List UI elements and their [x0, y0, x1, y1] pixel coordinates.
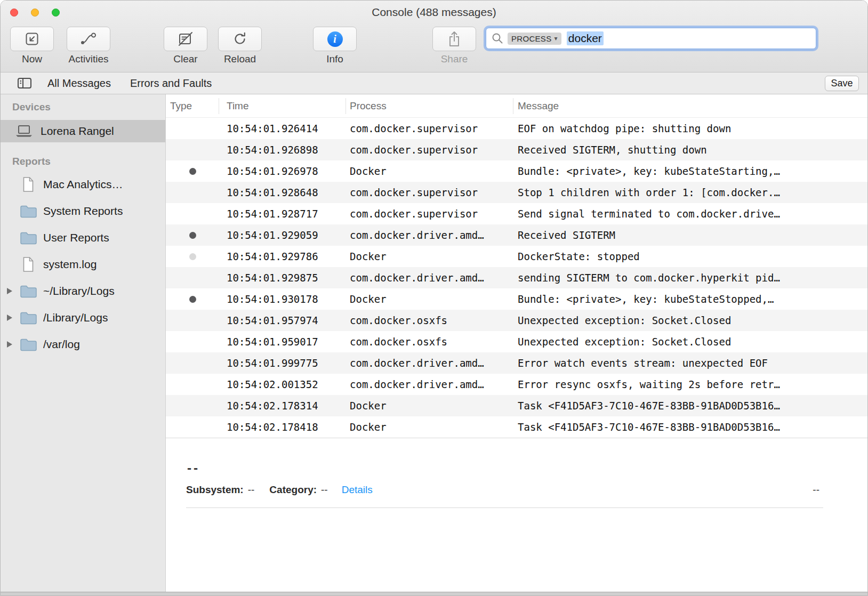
activities-button[interactable]: Activities [67, 27, 110, 65]
sidebar-report-list: Mac Analytics…System ReportsUser Reports… [1, 171, 165, 358]
disclosure-slot [7, 315, 20, 321]
log-message: Stop 1 children with order 1: [com.docke… [513, 187, 867, 198]
filter-errors-and-faults[interactable]: Errors and Faults [130, 77, 212, 90]
filter-bar: All Messages Errors and Faults Save [1, 73, 867, 94]
log-time: 10:54:01.929875 [219, 272, 346, 284]
sidebar-item-label: /Library/Logs [43, 311, 108, 324]
disclosure-slot [7, 181, 20, 188]
table-row[interactable]: 10:54:01.928717com.docker.supervisorSend… [166, 203, 867, 224]
sidebar-item[interactable]: system.log [1, 251, 165, 278]
table-row[interactable]: 10:54:01.926414com.docker.supervisorEOF … [166, 118, 867, 139]
info-icon: i [327, 31, 343, 47]
disclosure-slot [7, 341, 20, 348]
table-row[interactable]: 10:54:01.957974com.docker.osxfsUnexpecte… [166, 310, 867, 331]
table-row[interactable]: 10:54:02.001352com.docker.driver.amd…Err… [166, 374, 867, 395]
reload-button-face[interactable] [218, 27, 262, 51]
table-row[interactable]: 10:54:02.178314DockerTask <F41D5AF3-7C10… [166, 395, 867, 416]
folder-icon [20, 231, 37, 245]
log-process: Docker [346, 421, 513, 433]
table-row[interactable]: 10:54:01.926898com.docker.supervisorRece… [166, 139, 867, 160]
table-row[interactable]: 10:54:01.928648com.docker.supervisorStop… [166, 182, 867, 203]
table-row[interactable]: 10:54:01.929875com.docker.driver.amd…sen… [166, 267, 867, 288]
log-time: 10:54:01.999775 [219, 357, 346, 369]
activities-button-face[interactable] [67, 27, 110, 51]
share-button[interactable]: Share [432, 27, 476, 65]
table-row[interactable]: 10:54:01.929059com.docker.driver.amd…Rec… [166, 224, 867, 246]
console-window: Console (488 messages) Now Activities [0, 0, 868, 596]
type-cell [166, 395, 219, 416]
column-header-process[interactable]: Process [346, 98, 513, 114]
filter-all-messages[interactable]: All Messages [47, 77, 111, 90]
table-row[interactable]: 10:54:01.929786DockerDockerState: stoppe… [166, 246, 867, 267]
log-process: Docker [346, 165, 513, 177]
sidebar-item[interactable]: /Library/Logs [1, 304, 165, 331]
sidebar-item[interactable]: Mac Analytics… [1, 171, 165, 198]
reload-button-label: Reload [224, 53, 256, 65]
sidebar-devices-header: Devices [1, 101, 165, 114]
log-message: Error resync osxfs, waiting 2s before re… [513, 378, 867, 390]
type-cell [166, 224, 219, 246]
log-process: com.docker.supervisor [346, 144, 513, 156]
table-row[interactable]: 10:54:02.178418DockerTask <F41D5AF3-7C10… [166, 416, 867, 438]
search-input[interactable]: PROCESS ▾ docker [486, 28, 816, 49]
log-process: Docker [346, 251, 513, 262]
sidebar-item-label: Mac Analytics… [43, 178, 123, 191]
log-time: 10:54:01.928717 [219, 208, 346, 220]
disclosure-triangle-icon[interactable] [7, 315, 12, 321]
type-cell [166, 246, 219, 267]
search-query-text: docker [567, 31, 604, 45]
share-button-face[interactable] [432, 27, 476, 51]
clear-button-face[interactable] [164, 27, 207, 51]
clear-button-label: Clear [173, 53, 197, 65]
activity-dot-icon [189, 168, 196, 175]
table-header: Type Time Process Message [166, 94, 867, 118]
table-row[interactable]: 10:54:01.959017com.docker.osxfsUnexpecte… [166, 331, 867, 352]
category-value: -- [321, 484, 328, 496]
detail-separator [186, 508, 823, 508]
save-button[interactable]: Save [825, 76, 859, 91]
reload-button[interactable]: Reload [218, 27, 262, 65]
close-button[interactable] [10, 9, 18, 17]
sidebar-item-device[interactable]: Lorena Rangel [1, 120, 165, 142]
window-bottom-edge [1, 592, 867, 595]
log-process: Docker [346, 293, 513, 305]
sidebar-toggle-button[interactable] [17, 77, 33, 90]
disclosure-triangle-icon[interactable] [7, 288, 12, 294]
sidebar-item[interactable]: ~/Library/Logs [1, 278, 165, 304]
type-cell [166, 416, 219, 438]
zoom-button[interactable] [52, 9, 60, 17]
clear-button[interactable]: Clear [164, 27, 207, 65]
sidebar-item-label: /var/log [43, 338, 80, 351]
detail-meta-row: Subsystem: -- Category: -- Details -- [186, 484, 867, 496]
category-label: Category: [269, 484, 317, 496]
disclosure-slot [7, 288, 20, 294]
now-button[interactable]: Now [10, 27, 54, 65]
search-filter-token[interactable]: PROCESS ▾ [508, 33, 561, 45]
column-header-time[interactable]: Time [219, 98, 346, 114]
details-link[interactable]: Details [342, 484, 373, 496]
document-icon [20, 256, 37, 272]
table-row[interactable]: 10:54:01.999775com.docker.driver.amd…Err… [166, 352, 867, 374]
info-button[interactable]: i Info [313, 27, 357, 65]
column-header-type[interactable]: Type [166, 98, 219, 114]
disclosure-triangle-icon[interactable] [7, 341, 12, 348]
chevron-down-icon: ▾ [554, 35, 557, 42]
log-message: sending SIGTERM to com.docker.hyperkit p… [513, 272, 867, 284]
log-process: com.docker.driver.amd… [346, 229, 513, 241]
info-button-face[interactable]: i [313, 27, 357, 51]
activities-button-label: Activities [69, 53, 109, 65]
sidebar-item[interactable]: User Reports [1, 224, 165, 251]
minimize-button[interactable] [31, 9, 39, 17]
type-cell [166, 374, 219, 395]
traffic-lights [10, 1, 60, 24]
log-process: com.docker.supervisor [346, 208, 513, 220]
sidebar-item[interactable]: System Reports [1, 198, 165, 224]
table-row[interactable]: 10:54:01.926978DockerBundle: <private>, … [166, 160, 867, 182]
table-row[interactable]: 10:54:01.930178DockerBundle: <private>, … [166, 288, 867, 310]
column-header-message[interactable]: Message [513, 98, 867, 114]
sidebar-item[interactable]: /var/log [1, 331, 165, 358]
log-time: 10:54:01.928648 [219, 187, 346, 198]
now-button-face[interactable] [10, 27, 54, 51]
log-time: 10:54:01.929786 [219, 251, 346, 262]
log-time: 10:54:01.926414 [219, 123, 346, 134]
